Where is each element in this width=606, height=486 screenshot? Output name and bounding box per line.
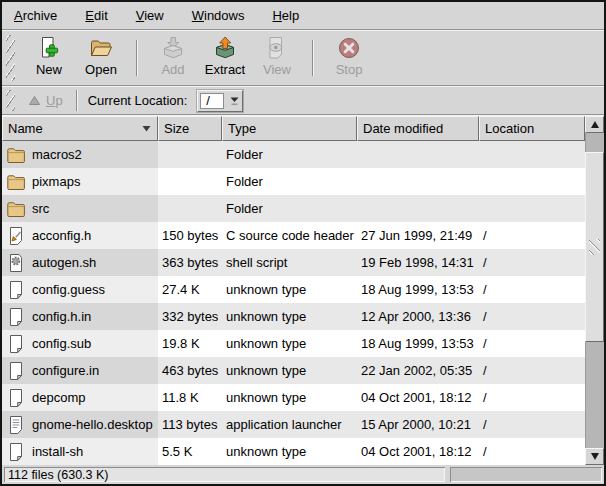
- folder-icon: [6, 145, 26, 165]
- location-combobox[interactable]: /: [197, 90, 243, 112]
- date-cell: 27 Jun 1999, 21:49: [357, 222, 479, 249]
- name-cell: depcomp: [2, 384, 158, 411]
- column-header-type[interactable]: Type: [222, 116, 357, 141]
- size-text: 363 bytes: [162, 255, 218, 270]
- location-cell: [479, 141, 585, 168]
- file-name: install-sh: [32, 444, 83, 459]
- date-cell: 19 Feb 1998, 14:31: [357, 249, 479, 276]
- location-text: /: [483, 363, 487, 378]
- menu-item-help[interactable]: Help: [262, 4, 309, 27]
- toolbar-drag-handle[interactable]: [6, 35, 15, 81]
- up-arrow-icon: [28, 94, 41, 107]
- date-cell: [357, 141, 479, 168]
- file-row-autogen.sh[interactable]: autogen.sh363 bytesshell script19 Feb 19…: [2, 249, 585, 276]
- location-text: /: [483, 390, 487, 405]
- file-row-src[interactable]: srcFolder: [2, 195, 585, 222]
- location-cell: /: [479, 411, 585, 438]
- file-name: config.sub: [32, 336, 91, 351]
- menu-item-edit[interactable]: Edit: [75, 4, 117, 27]
- size-text: 27.4 K: [162, 282, 200, 297]
- file-name: gnome-hello.desktop: [32, 417, 153, 432]
- file-row-acconfig.h[interactable]: acconfig.h150 bytesC source code header2…: [2, 222, 585, 249]
- up-button[interactable]: Up: [23, 91, 68, 110]
- type-text: Folder: [226, 174, 263, 189]
- location-cell: /: [479, 249, 585, 276]
- file-row-depcomp[interactable]: depcomp11.8 Kunknown type04 Oct 2001, 18…: [2, 384, 585, 411]
- file-row-configure.in[interactable]: configure.in463 bytesunknown type22 Jan …: [2, 357, 585, 384]
- up-button-label: Up: [46, 93, 63, 108]
- document-icon: [6, 442, 26, 462]
- type-text: unknown type: [226, 444, 306, 459]
- size-text: 463 bytes: [162, 363, 218, 378]
- type-cell: application launcher: [222, 411, 357, 438]
- column-header-date-modified[interactable]: Date modified: [357, 116, 479, 141]
- size-cell: 5.5 K: [158, 438, 222, 465]
- location-cell: /: [479, 438, 585, 465]
- scroll-up-button[interactable]: [585, 116, 604, 133]
- file-row-macros2[interactable]: macros2Folder: [2, 141, 585, 168]
- add-button[interactable]: Add: [148, 34, 198, 82]
- column-header-location[interactable]: Location: [479, 116, 585, 141]
- size-cell: 150 bytes: [158, 222, 222, 249]
- menu-item-view[interactable]: View: [126, 4, 174, 27]
- file-name: configure.in: [32, 363, 99, 378]
- type-text: unknown type: [226, 390, 306, 405]
- file-name: depcomp: [32, 390, 85, 405]
- toolbar-button-label: Stop: [336, 62, 363, 77]
- date-text: 18 Aug 1999, 13:53: [361, 336, 474, 351]
- name-cell: macros2: [2, 141, 158, 168]
- toolbar-button-label: New: [36, 62, 62, 77]
- location-cell: [479, 195, 585, 222]
- type-text: unknown type: [226, 309, 306, 324]
- size-cell: 19.8 K: [158, 330, 222, 357]
- size-text: 113 bytes: [162, 417, 217, 432]
- location-cell: /: [479, 222, 585, 249]
- size-text: 332 bytes: [162, 309, 218, 324]
- stop-button[interactable]: Stop: [324, 34, 374, 82]
- view-icon: [264, 35, 290, 61]
- open-button[interactable]: Open: [76, 34, 126, 82]
- date-text: 15 Apr 2000, 10:21: [361, 417, 471, 432]
- status-bar: 112 files (630.3 K): [2, 465, 604, 484]
- view-button[interactable]: View: [252, 34, 302, 82]
- type-cell: C source code header: [222, 222, 357, 249]
- file-row-config.guess[interactable]: config.guess27.4 Kunknown type18 Aug 199…: [2, 276, 585, 303]
- file-row-install-sh[interactable]: install-sh5.5 Kunknown type04 Oct 2001, …: [2, 438, 585, 465]
- document-icon: [6, 334, 26, 354]
- location-value: /: [200, 93, 224, 109]
- menu-item-archive[interactable]: Archive: [4, 4, 67, 27]
- folder-icon: [6, 199, 26, 219]
- file-name: src: [32, 201, 49, 216]
- file-row-config.sub[interactable]: config.sub19.8 Kunknown type18 Aug 1999,…: [2, 330, 585, 357]
- column-header-size[interactable]: Size: [158, 116, 222, 141]
- type-text: C source code header: [226, 228, 354, 243]
- size-cell: 363 bytes: [158, 249, 222, 276]
- script-file-icon: [6, 253, 26, 273]
- header-file-icon: [6, 226, 26, 246]
- open-icon: [88, 35, 114, 61]
- size-cell: [158, 195, 222, 222]
- scrollbar-thumb[interactable]: [585, 152, 604, 342]
- location-bar-drag-handle[interactable]: [6, 90, 15, 111]
- type-text: Folder: [226, 201, 263, 216]
- file-row-config.h.in[interactable]: config.h.in332 bytesunknown type12 Apr 2…: [2, 303, 585, 330]
- toolbar: NewOpenAddExtractViewStop: [2, 31, 604, 85]
- new-button[interactable]: New: [24, 34, 74, 82]
- date-cell: 15 Apr 2000, 10:21: [357, 411, 479, 438]
- arrow-up-icon: [591, 121, 599, 128]
- toolbar-button-label: Extract: [205, 62, 245, 77]
- sort-indicator-icon: [141, 124, 152, 133]
- scroll-down-button[interactable]: [585, 448, 604, 465]
- extract-button[interactable]: Extract: [200, 34, 250, 82]
- menu-item-windows[interactable]: Windows: [182, 4, 255, 27]
- file-row-pixmaps[interactable]: pixmapsFolder: [2, 168, 585, 195]
- date-text: 04 Oct 2001, 18:12: [361, 444, 472, 459]
- column-header-label: Type: [228, 121, 256, 136]
- type-cell: unknown type: [222, 276, 357, 303]
- location-bar-separator: [76, 90, 78, 111]
- scrollbar-trough[interactable]: [585, 133, 604, 448]
- combo-dropdown-icon[interactable]: [226, 91, 242, 111]
- location-cell: /: [479, 303, 585, 330]
- column-header-name[interactable]: Name: [2, 116, 158, 141]
- file-row-gnome-hello.desktop[interactable]: gnome-hello.desktop113 bytesapplication …: [2, 411, 585, 438]
